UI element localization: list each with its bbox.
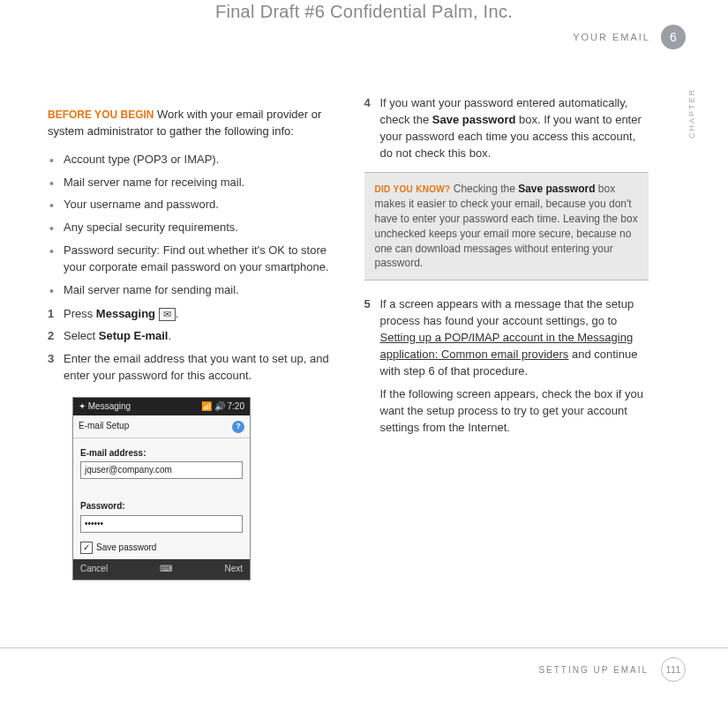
tip-bold: Save password (518, 183, 595, 195)
step-text: Enter the email address that you want to… (64, 352, 329, 382)
messaging-icon: ✉ (159, 308, 176, 321)
watermark-line: Final Draft #6 Confidential Palm, Inc. (0, 2, 728, 22)
step-text: . (176, 307, 179, 320)
page-number: 111 (661, 657, 686, 682)
before-you-begin-paragraph: BEFORE YOU BEGIN Work with your email pr… (48, 107, 333, 140)
step-text: . (169, 329, 172, 342)
section-label: YOUR EMAIL (573, 32, 650, 42)
left-column: BEFORE YOU BEGIN Work with your email pr… (48, 95, 333, 580)
step-bold: Save password (432, 113, 516, 126)
step-text: If the following screen appears, check t… (380, 387, 643, 434)
did-you-know-box: DID YOU KNOW? Checking the Save password… (364, 172, 649, 280)
step-1: 1 Press Messaging ✉. (48, 306, 333, 323)
step-4: 4 If you want your password entered auto… (364, 95, 649, 161)
bullet-item: Account type (POP3 or IMAP). (48, 152, 333, 168)
right-column: 4 If you want your password entered auto… (364, 95, 649, 580)
chapter-side-label: CHAPTER (687, 88, 696, 138)
tip-text: box makes it easier to check your email,… (375, 183, 638, 269)
phone-save-password-checkbox[interactable]: ✓ (80, 542, 93, 554)
step-2: 2 Select Setup E-mail. (48, 328, 333, 345)
phone-status-icons: 📶 🔊 7:20 (201, 400, 244, 414)
phone-screen-title: E-mail Setup (79, 420, 129, 433)
bullet-item: Your username and password. (48, 197, 333, 213)
bullet-item: Password security: Find out whether it's… (48, 243, 333, 276)
page-header-right: YOUR EMAIL 6 (573, 25, 686, 49)
step-3: 3 Enter the email address that you want … (48, 351, 333, 385)
phone-password-input[interactable]: •••••• (80, 515, 243, 533)
phone-screenshot: ✦ Messaging 📶 🔊 7:20 E-mail Setup ? E-ma… (72, 397, 251, 580)
phone-help-icon[interactable]: ? (232, 421, 244, 433)
footer-section-label: SETTING UP EMAIL (538, 665, 649, 675)
chapter-number-badge: 6 (661, 25, 686, 49)
step-text: Press (64, 307, 96, 320)
step-bold: Setup E-mail (99, 329, 169, 342)
step-5: 5 If a screen appears with a message tha… (364, 296, 649, 437)
phone-cancel-button[interactable]: Cancel (80, 563, 108, 576)
phone-save-password-label: Save password (96, 542, 156, 555)
phone-email-label: E-mail address: (80, 447, 243, 460)
phone-app-title: ✦ Messaging (79, 400, 131, 414)
bullet-item: Mail server name for receiving mail. (48, 175, 333, 191)
page-footer: SETTING UP EMAIL 111 (0, 647, 728, 682)
step-text: Select (64, 329, 99, 342)
step-bold: Messaging (96, 307, 155, 320)
bullet-item: Mail server name for sending mail. (48, 282, 333, 299)
phone-email-input[interactable]: jquser@company.com (80, 461, 243, 479)
step-text: If a screen appears with a message that … (380, 297, 634, 327)
tip-text: Checking the (450, 183, 518, 195)
bullet-item: Any special security requirements. (48, 220, 333, 236)
phone-next-button[interactable]: Next (224, 563, 243, 576)
before-you-begin-label: BEFORE YOU BEGIN (48, 108, 154, 121)
did-you-know-label: DID YOU KNOW? (375, 184, 451, 194)
phone-keyboard-icon[interactable]: ⌨ (160, 563, 172, 576)
phone-password-label: Password: (80, 500, 243, 513)
